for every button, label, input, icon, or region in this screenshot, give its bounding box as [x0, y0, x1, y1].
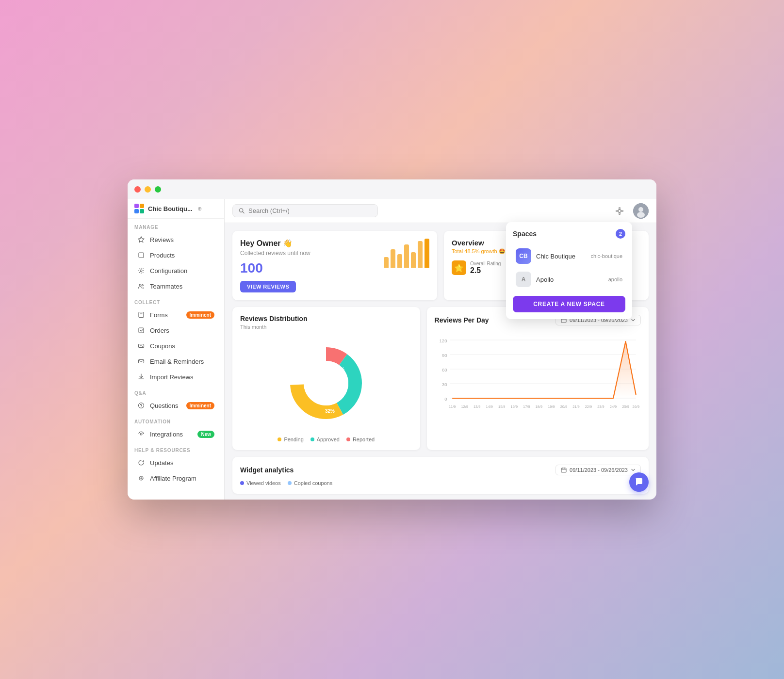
sidebar-teammates-label: Teammates — [150, 283, 182, 290]
sidebar-item-affiliate[interactable]: Affiliate Program — [131, 471, 221, 485]
search-icon — [239, 208, 245, 214]
sidebar-item-configuration[interactable]: Configuration — [131, 263, 221, 278]
star-metric-icon: ⭐ — [452, 260, 466, 275]
email-icon — [137, 357, 145, 365]
gear-icon — [137, 267, 145, 275]
apollo-name: Apollo — [536, 276, 604, 283]
legend-reported: Reported — [346, 436, 375, 442]
app-window: Chic Boutiqu... ⊕ MANAGE Reviews Product… — [128, 179, 656, 500]
svg-point-1 — [140, 270, 142, 272]
search-bar[interactable] — [232, 204, 378, 217]
legend-pending: Pending — [278, 436, 303, 442]
chart-bar-4 — [404, 244, 409, 268]
create-new-space-button[interactable]: CREATE A NEW SPACE — [513, 296, 625, 312]
sidebar-item-orders[interactable]: Orders — [131, 323, 221, 338]
charts-row: Reviews Distribution This month — [232, 307, 649, 450]
search-input[interactable] — [248, 207, 372, 214]
apollo-avatar: A — [516, 272, 531, 287]
integration-icon — [137, 430, 145, 438]
svg-text:12/9: 12/9 — [461, 404, 468, 409]
forms-badge: Imminent — [186, 311, 214, 319]
brand-settings-icon[interactable]: ⊕ — [197, 206, 202, 212]
sidebar-updates-label: Updates — [150, 459, 173, 467]
spaces-title: Spaces — [513, 230, 537, 238]
svg-rect-8 — [139, 344, 144, 348]
sidebar: Chic Boutiqu... ⊕ MANAGE Reviews Product… — [128, 199, 225, 500]
minimize-dot[interactable] — [145, 186, 151, 193]
svg-text:22/9: 22/9 — [585, 404, 591, 409]
spaces-header: Spaces 2 — [513, 229, 625, 239]
widget-date-range-button[interactable]: 09/11/2023 - 09/26/2023 — [555, 465, 641, 475]
svg-point-2 — [139, 284, 141, 286]
rating-label: Overall Rating — [470, 261, 501, 266]
chat-icon — [634, 477, 644, 487]
sidebar-item-forms[interactable]: Forms Imminent — [131, 307, 221, 322]
svg-point-9 — [140, 345, 141, 346]
svg-text:19/9: 19/9 — [548, 404, 555, 409]
reviews-per-day-title: Reviews Per Day — [435, 316, 489, 324]
close-dot[interactable] — [134, 186, 141, 193]
sidebar-questions-label: Questions — [150, 402, 179, 409]
sidebar-item-import-reviews[interactable]: Import Reviews — [131, 370, 221, 384]
topbar — [225, 199, 656, 223]
distribution-title: Reviews Distribution — [240, 315, 412, 323]
sidebar-item-integrations[interactable]: Integrations New — [131, 427, 221, 441]
reviews-per-day-card: Reviews Per Day 09/11/2023 - 09/26/2023 — [427, 307, 649, 450]
sidebar-item-teammates[interactable]: Teammates — [131, 279, 221, 293]
chart-bar-5 — [411, 252, 416, 268]
logo-icon — [134, 204, 144, 213]
hey-card-chart — [384, 239, 429, 268]
approved-dot — [310, 437, 314, 441]
sidebar-item-products[interactable]: Products — [131, 248, 221, 262]
svg-text:90: 90 — [441, 354, 447, 358]
widget-analytics-card: Widget analytics 09/11/2023 - 09/26/2023… — [232, 457, 649, 494]
section-manage-label: MANAGE — [128, 219, 224, 232]
svg-text:20/9: 20/9 — [560, 404, 567, 409]
reported-label: Reported — [353, 436, 375, 442]
sidebar-item-questions[interactable]: Questions Imminent — [131, 398, 221, 413]
sidebar-item-updates[interactable]: Updates — [131, 455, 221, 470]
chart-bar-6 — [418, 241, 423, 268]
user-avatar[interactable] — [633, 203, 649, 219]
sidebar-products-label: Products — [150, 252, 175, 259]
svg-text:24/9: 24/9 — [609, 404, 616, 409]
sidebar-forms-label: Forms — [150, 311, 168, 319]
svg-point-13 — [141, 406, 141, 407]
chic-boutique-info: Chic Boutique — [536, 253, 586, 260]
view-reviews-button[interactable]: VIEW REVIEWS — [240, 281, 296, 292]
spaces-count: 2 — [616, 229, 625, 239]
svg-rect-67 — [561, 468, 566, 472]
section-automation-label: AUTOMATION — [128, 413, 224, 426]
donut-legend: Pending Approved Reported — [240, 436, 412, 442]
section-qa-label: Q&A — [128, 385, 224, 398]
widget-legend: Viewed videos Copied coupons — [240, 480, 641, 486]
legend-viewed-videos: Viewed videos — [240, 480, 281, 486]
space-item-chic-boutique[interactable]: CB Chic Boutique chic-boutique — [513, 244, 625, 268]
svg-point-20 — [616, 210, 618, 211]
space-item-apollo[interactable]: A Apollo apollo — [513, 268, 625, 291]
widget-calendar-icon — [561, 467, 567, 473]
questions-badge: Imminent — [186, 402, 214, 409]
svg-line-10 — [141, 345, 143, 347]
widget-analytics-title: Widget analytics — [240, 466, 294, 474]
sidebar-item-coupons[interactable]: Coupons — [131, 339, 221, 353]
sidebar-item-reviews[interactable]: Reviews — [131, 232, 221, 247]
widget-chevron-icon — [631, 468, 636, 472]
copied-coupons-label: Copied coupons — [294, 480, 333, 486]
question-icon — [137, 402, 145, 409]
distribution-subtitle: This month — [240, 324, 412, 330]
star-icon — [137, 236, 145, 243]
logo-dot-3 — [134, 209, 139, 213]
svg-text:60: 60 — [441, 368, 447, 373]
logo-dot-2 — [140, 204, 144, 208]
maximize-dot[interactable] — [155, 186, 161, 193]
chat-button[interactable] — [629, 472, 649, 492]
svg-point-21 — [622, 210, 623, 211]
people-icon — [137, 282, 145, 290]
network-icon[interactable] — [612, 203, 627, 219]
svg-text:0: 0 — [444, 397, 447, 402]
review-count: 100 — [240, 260, 310, 276]
sidebar-item-email-reminders[interactable]: Email & Reminders — [131, 354, 221, 369]
chic-boutique-name: Chic Boutique — [536, 253, 586, 260]
svg-text:120: 120 — [439, 339, 447, 344]
